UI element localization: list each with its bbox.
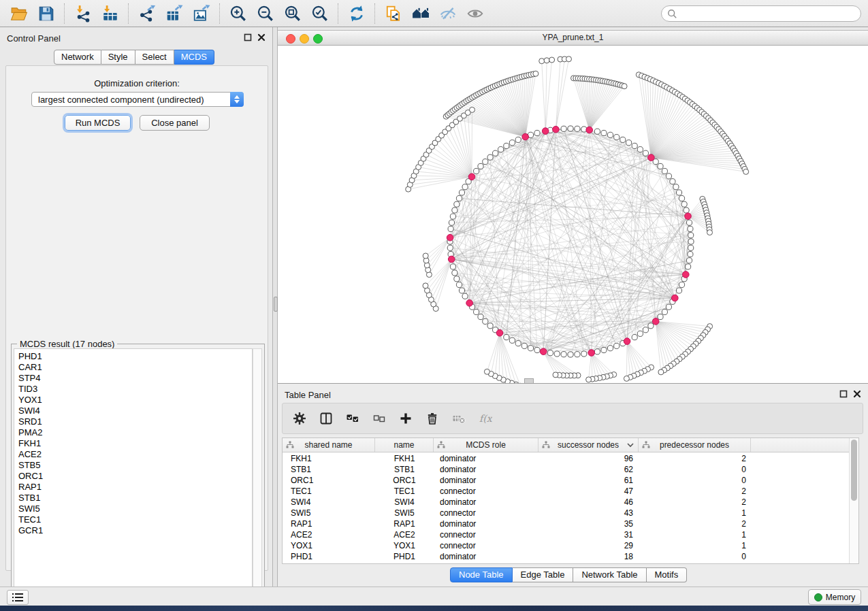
table-row[interactable]: RAP1RAP1dominator352 bbox=[283, 518, 849, 529]
search-box[interactable] bbox=[661, 5, 861, 22]
memory-button[interactable]: Memory bbox=[808, 589, 861, 605]
delete-table-button[interactable] bbox=[450, 410, 468, 427]
task-history-button[interactable] bbox=[7, 590, 29, 605]
save-button[interactable] bbox=[35, 3, 58, 24]
tab-select[interactable]: Select bbox=[135, 50, 174, 65]
column-type-icon bbox=[642, 441, 650, 449]
mcds-result-item[interactable]: GCR1 bbox=[18, 525, 252, 536]
import-table-button[interactable] bbox=[99, 3, 122, 24]
column-header-predecessor-nodes[interactable]: predecessor nodes bbox=[639, 438, 751, 452]
mcds-result-item[interactable]: SRD1 bbox=[18, 416, 252, 427]
float-table-panel-icon[interactable] bbox=[839, 390, 848, 398]
deselect-all-button[interactable] bbox=[370, 410, 388, 427]
mcds-result-item[interactable]: STP4 bbox=[18, 373, 252, 384]
mcds-result-item[interactable]: STB5 bbox=[18, 460, 252, 471]
table-row[interactable]: YOX1YOX1connector291 bbox=[283, 540, 849, 551]
show-all-icon bbox=[466, 5, 484, 22]
column-header-shared-name[interactable]: shared name bbox=[283, 438, 375, 452]
hide-selected-button[interactable] bbox=[436, 3, 460, 24]
settings-button[interactable] bbox=[291, 410, 308, 427]
export-table-button[interactable] bbox=[163, 3, 186, 24]
tab-mcds[interactable]: MCDS bbox=[174, 50, 214, 65]
column-header-MCDS-role[interactable]: MCDS role bbox=[434, 438, 539, 452]
table-row[interactable]: ORC1ORC1dominator610 bbox=[283, 475, 849, 486]
table-cell: dominator bbox=[434, 518, 539, 529]
deselect-all-icon bbox=[372, 412, 386, 425]
mcds-result-item[interactable]: ORC1 bbox=[18, 471, 252, 482]
table-toolbar: f(x) bbox=[282, 403, 863, 434]
column-header-successor-nodes[interactable]: successor nodes bbox=[539, 438, 639, 452]
table-row[interactable]: STB1STB1dominator620 bbox=[283, 464, 849, 475]
tab-network[interactable]: Network bbox=[54, 50, 101, 65]
mcds-hub-node bbox=[522, 133, 529, 140]
import-network-button[interactable] bbox=[71, 3, 95, 24]
open-folder-button[interactable] bbox=[7, 3, 31, 24]
mcds-result-item[interactable]: RAP1 bbox=[18, 482, 252, 493]
mcds-result-item[interactable]: SWI5 bbox=[18, 503, 252, 514]
mcds-hub-node bbox=[468, 174, 475, 180]
function-builder-button[interactable]: f(x) bbox=[477, 410, 494, 427]
zoom-in-button[interactable] bbox=[227, 3, 250, 24]
table-panel: Table Panel f(x) shared namenameMCDS rol… bbox=[278, 383, 868, 587]
first-neighbors-button[interactable] bbox=[409, 3, 432, 24]
refresh-button[interactable] bbox=[345, 3, 368, 24]
column-label: predecessor nodes bbox=[660, 440, 729, 450]
search-input[interactable] bbox=[680, 8, 861, 19]
mcds-result-item[interactable]: PHD1 bbox=[18, 351, 252, 362]
mcds-result-item[interactable]: TID3 bbox=[18, 384, 252, 395]
network-window-titlebar[interactable]: YPA_prune.txt_1 bbox=[278, 31, 868, 46]
column-header-name[interactable]: name bbox=[375, 438, 434, 452]
show-all-button[interactable] bbox=[464, 3, 487, 24]
criterion-dropdown[interactable]: largest connected component (undirected) bbox=[31, 92, 244, 107]
mcds-result-item[interactable]: SWI4 bbox=[18, 406, 252, 416]
tab-node-table[interactable]: Node Table bbox=[450, 567, 513, 582]
tab-edge-table[interactable]: Edge Table bbox=[513, 567, 574, 582]
table-row[interactable]: PHD1PHD1dominator180 bbox=[283, 551, 849, 562]
table-header: shared namenameMCDS rolesuccessor nodesp… bbox=[283, 438, 849, 452]
vertical-splitter[interactable] bbox=[272, 27, 278, 587]
export-network-button[interactable] bbox=[135, 3, 159, 24]
mcds-result-item[interactable]: CAR1 bbox=[18, 362, 252, 373]
zoom-selected-button[interactable] bbox=[308, 3, 332, 24]
select-all-button[interactable] bbox=[344, 410, 361, 427]
mcds-result-item[interactable]: STB1 bbox=[18, 493, 252, 503]
table-row[interactable]: FKH1FKH1dominator962 bbox=[283, 453, 849, 464]
add-column-button[interactable] bbox=[397, 410, 415, 427]
mcds-list-scrollbar[interactable] bbox=[253, 348, 262, 593]
table-row[interactable]: SWI5SWI5connector431 bbox=[283, 508, 849, 518]
close-table-panel-icon[interactable] bbox=[853, 390, 861, 398]
application-window: Control Panel NetworkStyleSelectMCDS Opt… bbox=[0, 0, 868, 611]
toolbar-separator bbox=[128, 3, 129, 24]
mcds-result-item[interactable]: ACE2 bbox=[18, 449, 252, 460]
zoom-out-button[interactable] bbox=[254, 3, 277, 24]
dropdown-spinner-icon bbox=[230, 92, 244, 107]
mcds-result-item[interactable]: TEC1 bbox=[18, 514, 252, 525]
network-graph[interactable] bbox=[278, 46, 868, 383]
table-row[interactable]: TEC1TEC1connector472 bbox=[283, 486, 849, 497]
table-cell: dominator bbox=[434, 453, 539, 464]
table-scrollbar[interactable] bbox=[849, 438, 858, 563]
mcds-result-item[interactable]: FKH1 bbox=[18, 438, 252, 449]
show-columns-button[interactable] bbox=[317, 410, 335, 427]
tab-motifs[interactable]: Motifs bbox=[647, 567, 688, 582]
table-cell: 2 bbox=[639, 486, 751, 497]
table-scrollbar-thumb[interactable] bbox=[851, 440, 857, 501]
first-neighbors-icon bbox=[412, 5, 430, 22]
close-panel-button[interactable]: Close panel bbox=[140, 115, 210, 131]
mcds-result-item[interactable]: PMA2 bbox=[18, 427, 252, 438]
table-cell: 29 bbox=[539, 540, 639, 551]
tab-style[interactable]: Style bbox=[101, 50, 135, 65]
memory-status-icon bbox=[814, 593, 822, 601]
table-row[interactable]: SWI4SWI4dominator462 bbox=[283, 497, 849, 508]
tab-network-table[interactable]: Network Table bbox=[573, 567, 646, 582]
export-image-button[interactable] bbox=[190, 3, 213, 24]
table-cell: 35 bbox=[539, 518, 639, 529]
copy-network-button[interactable] bbox=[382, 3, 405, 24]
float-panel-icon[interactable] bbox=[244, 33, 252, 42]
run-mcds-button[interactable]: Run MCDS bbox=[65, 115, 131, 131]
mcds-result-item[interactable]: YOX1 bbox=[18, 395, 252, 406]
close-panel-icon[interactable] bbox=[257, 33, 266, 42]
delete-column-button[interactable] bbox=[423, 410, 441, 427]
table-row[interactable]: ACE2ACE2connector311 bbox=[283, 529, 849, 540]
zoom-fit-button[interactable] bbox=[281, 3, 304, 24]
